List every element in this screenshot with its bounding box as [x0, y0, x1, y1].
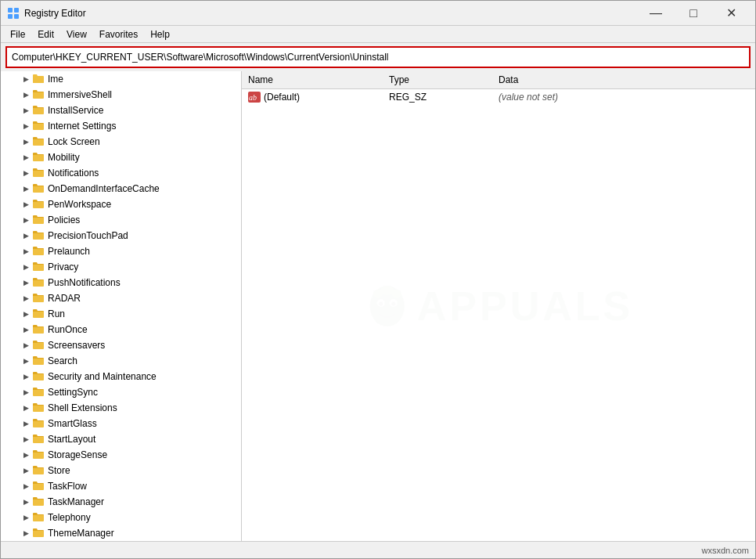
tree-item-run[interactable]: ▶ Run	[1, 306, 241, 322]
tree-label: ThemeManager	[48, 528, 114, 539]
tree-item-policies[interactable]: ▶ Policies	[1, 212, 241, 228]
app-icon	[7, 7, 20, 20]
tree-item-ime[interactable]: ▶ Ime	[1, 71, 241, 87]
menu-file[interactable]: File	[4, 27, 31, 41]
chevron-icon: ▶	[20, 449, 32, 461]
chevron-icon: ▶	[20, 386, 32, 399]
tree-item-immersiveshell[interactable]: ▶ ImmersiveShell	[1, 87, 241, 103]
window-title: Registry Editor	[24, 8, 638, 19]
chevron-icon: ▶	[20, 276, 32, 289]
svg-rect-3	[14, 14, 19, 19]
chevron-icon: ▶	[20, 402, 32, 414]
tree-label: Policies	[48, 215, 80, 225]
chevron-icon: ▶	[20, 245, 32, 258]
folder-icon	[32, 260, 48, 275]
tree-label: Mobility	[48, 152, 80, 163]
tree-label: Shell Extensions	[48, 402, 117, 413]
tree-item-search[interactable]: ▶ Search	[1, 353, 241, 369]
menu-view[interactable]: View	[60, 27, 93, 41]
tree-item-pushnotifications[interactable]: ▶ PushNotifications	[1, 275, 241, 290]
tree-item-storagesense[interactable]: ▶ StorageSense	[1, 447, 241, 463]
tree-label: Run	[48, 308, 65, 319]
tree-item-internetsettings[interactable]: ▶ Internet Settings	[1, 118, 241, 134]
folder-icon	[32, 370, 48, 384]
folder-icon	[32, 166, 48, 181]
tree-label: Store	[48, 465, 70, 476]
tree-item-securitymaintenance[interactable]: ▶ Security and Maintenance	[1, 369, 241, 384]
folder-icon	[32, 135, 48, 150]
menu-edit[interactable]: Edit	[31, 27, 60, 41]
tree-item-penworkspace[interactable]: ▶ PenWorkspace	[1, 197, 241, 212]
chevron-icon: ▶	[20, 73, 32, 85]
detail-header: Name Type Data	[242, 71, 755, 89]
entry-type: REG_SZ	[389, 92, 499, 103]
tree-item-radar[interactable]: ▶ RADAR	[1, 290, 241, 306]
tree-item-screensavers[interactable]: ▶ Screensavers	[1, 337, 241, 353]
tree-item-taskmanager[interactable]: ▶ TaskManager	[1, 494, 241, 510]
tree-label: TaskFlow	[48, 481, 87, 492]
tree-label: ImmersiveShell	[48, 89, 112, 100]
folder-icon	[32, 385, 48, 400]
folder-icon	[32, 276, 48, 290]
menu-help[interactable]: Help	[144, 27, 176, 41]
svg-point-11	[381, 286, 394, 295]
tree-label: TaskManager	[48, 496, 104, 507]
tree-item-ondemand[interactable]: ▶ OnDemandInterfaceCache	[1, 181, 241, 197]
chevron-icon: ▶	[20, 323, 32, 336]
folder-icon	[32, 229, 48, 243]
detail-row-default[interactable]: ab (Default) REG_SZ (value not set)	[242, 89, 755, 105]
chevron-icon: ▶	[20, 370, 32, 383]
tree-item-store[interactable]: ▶ Store	[1, 463, 241, 478]
chevron-icon: ▶	[20, 214, 32, 226]
svg-text:ab: ab	[249, 93, 257, 102]
tree-item-privacy[interactable]: ▶ Privacy	[1, 259, 241, 275]
chevron-icon: ▶	[20, 464, 32, 477]
folder-icon	[32, 119, 48, 134]
folder-icon	[32, 495, 48, 510]
tree-item-thememanager[interactable]: ▶ ThemeManager	[1, 525, 241, 541]
tree-item-mobility[interactable]: ▶ Mobility	[1, 150, 241, 165]
close-button[interactable]: ✕	[713, 2, 749, 25]
maximize-button[interactable]: □	[675, 2, 711, 25]
tree-item-startlayout[interactable]: ▶ StartLayout	[1, 431, 241, 447]
folder-icon	[32, 213, 48, 228]
chevron-icon: ▶	[20, 229, 32, 242]
menu-favorites[interactable]: Favorites	[93, 27, 144, 41]
tree-label: Privacy	[48, 261, 78, 272]
folder-icon	[32, 401, 48, 416]
tree-item-taskflow[interactable]: ▶ TaskFlow	[1, 478, 241, 494]
tree-item-precisiontouchpad[interactable]: ▶ PrecisionTouchPad	[1, 228, 241, 243]
chevron-icon: ▶	[20, 496, 32, 508]
tree-item-notifications[interactable]: ▶ Notifications	[1, 165, 241, 181]
tree-label: SettingSync	[48, 387, 98, 398]
minimize-button[interactable]: —	[638, 2, 674, 25]
folder-icon	[32, 417, 48, 431]
tree-item-installservice[interactable]: ▶ InstallService	[1, 103, 241, 118]
folder-icon	[32, 72, 48, 87]
tree-pane[interactable]: ▶ Ime ▶ ImmersiveShell	[1, 71, 242, 541]
folder-icon	[32, 354, 48, 369]
status-bar: wxsxdn.com	[1, 541, 755, 558]
address-bar	[5, 46, 751, 68]
entry-name: ab (Default)	[248, 92, 389, 103]
tree-label: Ime	[48, 74, 63, 85]
chevron-icon: ▶	[20, 527, 32, 539]
folder-icon	[32, 88, 48, 103]
tree-item-runonce[interactable]: ▶ RunOnce	[1, 322, 241, 337]
folder-icon	[32, 103, 48, 118]
tree-item-lockscreen[interactable]: ▶ Lock Screen	[1, 134, 241, 150]
tree-label: PrecisionTouchPad	[48, 230, 128, 241]
svg-rect-2	[8, 14, 13, 19]
tree-item-smartglass[interactable]: ▶ SmartGlass	[1, 416, 241, 431]
tree-item-prelaunch[interactable]: ▶ Prelaunch	[1, 243, 241, 259]
tree-item-settingsync[interactable]: ▶ SettingSync	[1, 384, 241, 400]
detail-pane: Name Type Data ab (Default) REG_SZ (valu…	[242, 71, 755, 541]
chevron-icon: ▶	[20, 339, 32, 352]
chevron-icon: ▶	[20, 417, 32, 430]
address-input[interactable]	[12, 52, 744, 63]
tree-item-shellextensions[interactable]: ▶ Shell Extensions	[1, 400, 241, 416]
folder-icon	[32, 291, 48, 306]
watermark-logo-svg	[364, 283, 411, 330]
chevron-icon: ▶	[20, 104, 32, 117]
tree-item-telephony[interactable]: ▶ Telephony	[1, 510, 241, 525]
